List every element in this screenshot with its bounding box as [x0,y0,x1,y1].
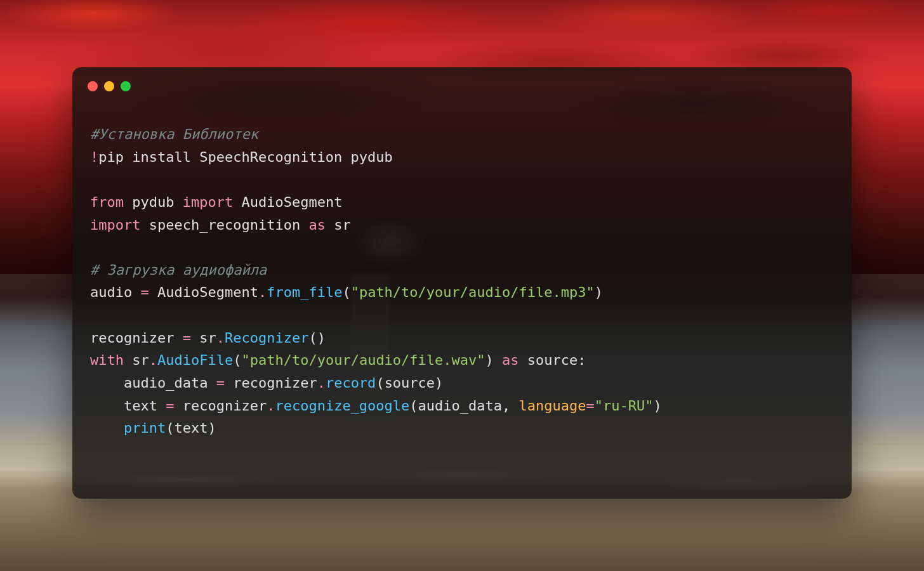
code-line [90,168,834,191]
code-token: AudioFile [157,352,233,368]
code-token [233,194,241,210]
code-token: ) [208,420,216,436]
code-token [326,217,334,233]
code-token: . [149,352,157,368]
code-line: #Установка Библиотек [90,123,834,146]
code-token [174,194,182,210]
code-line: recognizer = sr.Recognizer() [90,327,834,350]
code-token: ) [485,352,494,368]
code-token: as [502,352,519,368]
code-line: !pip install SpeechRecognition pydub [90,146,834,169]
code-token: recognizer [225,375,317,391]
code-token: recognize_google [275,398,409,414]
code-token: "ru-RU" [595,398,654,414]
code-line: audio_data = recognizer.record(source) [90,372,834,395]
code-token: AudioSegment [149,284,258,300]
code-editor-content[interactable]: #Установка Библиотек!pip install SpeechR… [72,91,852,457]
code-line: text = recognizer.recognize_google(audio… [90,395,834,417]
close-icon[interactable] [88,81,98,91]
code-window: #Установка Библиотек!pip install SpeechR… [72,67,852,499]
code-token [90,375,124,391]
code-line: from pydub import AudioSegment [90,191,834,214]
code-token: #Установка Библиотек [90,126,258,142]
code-line [90,304,834,327]
code-token: ) [435,375,443,391]
code-token: import [183,194,233,210]
code-token: text [124,398,166,414]
code-token: ( [342,284,350,300]
code-token: speech_recognition [149,217,300,233]
code-token: audio_data [418,398,502,414]
code-token: sr [334,217,351,233]
code-token: # Загрузка аудиофайла [90,262,267,278]
maximize-icon[interactable] [121,81,131,91]
code-token: , [502,398,519,414]
code-token: Recognizer [225,330,308,346]
code-token [124,194,132,210]
code-token: "path/to/your/audio/file.mp3" [351,284,595,300]
code-line: print(text) [90,417,834,440]
code-token: ( [376,375,384,391]
code-token: sr [191,330,216,346]
code-token: . [317,375,326,391]
code-token: . [216,330,225,346]
code-token: ! [90,149,98,165]
code-token: ( [409,398,418,414]
code-line: # Загрузка аудиофайла [90,259,834,282]
minimize-icon[interactable] [104,81,114,91]
code-token: "path/to/your/audio/file.wav" [241,352,485,368]
code-token: source [385,375,435,391]
code-token [90,420,124,436]
code-token: . [258,284,267,300]
code-token: source [519,352,578,368]
code-token: with [90,352,124,368]
code-token: language [519,398,586,414]
code-token: : [578,352,586,368]
code-token: pydub [132,194,174,210]
code-token: import [90,217,140,233]
code-token: from [90,194,124,210]
code-token [140,217,148,233]
code-token: ) [595,284,603,300]
code-token: sr [124,352,149,368]
window-controls [72,67,852,91]
code-token: ) [653,398,661,414]
code-token: = [183,330,191,346]
code-token: = [140,284,148,300]
code-token: audio [90,284,140,300]
code-token: record [326,375,376,391]
code-line [90,236,834,259]
code-token: AudioSegment [241,194,342,210]
code-token [300,217,308,233]
code-token: = [586,398,595,414]
code-token: ( [233,352,241,368]
code-token: . [267,398,275,414]
code-token: as [308,217,326,233]
code-token: () [308,330,326,346]
code-token: text [174,420,208,436]
code-token: ( [166,420,174,436]
code-token: audio_data [124,375,216,391]
code-token [90,398,124,414]
code-token: from_file [267,284,342,300]
code-line: import speech_recognition as sr [90,214,834,237]
code-token [494,352,502,368]
code-line: audio = AudioSegment.from_file("path/to/… [90,281,834,304]
code-line: with sr.AudioFile("path/to/your/audio/fi… [90,349,834,372]
code-token: pip install SpeechRecognition pydub [98,149,393,165]
code-token: recognizer [90,330,183,346]
code-token: = [216,375,225,391]
code-token: print [124,420,166,436]
code-token: = [166,398,174,414]
code-token: recognizer [174,398,267,414]
